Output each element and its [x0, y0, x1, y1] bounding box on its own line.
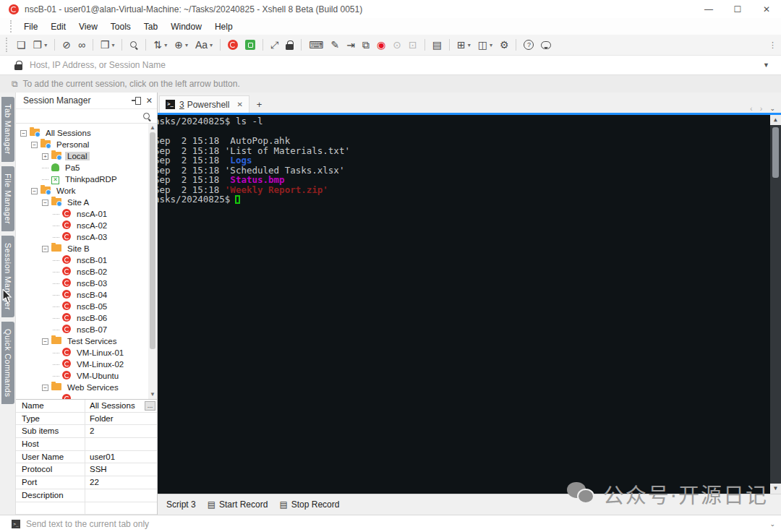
menu-view[interactable]: View [72, 20, 104, 33]
send-input-icon[interactable]: ⇥ [343, 38, 358, 52]
tree-item-nscb-03[interactable]: nscB-03 [16, 278, 157, 289]
menu-help[interactable]: Help [208, 20, 239, 33]
tree-scrollbar-thumb[interactable] [150, 132, 155, 349]
tree-item-vm-linux-02[interactable]: VM-Linux-02 [16, 359, 157, 370]
tab-next-icon[interactable]: › [760, 104, 763, 113]
scroll-up-icon[interactable]: ▲ [150, 124, 155, 132]
stop-record-button[interactable]: ▤Stop Record [275, 498, 343, 511]
tab-powershell[interactable]: >_ 3 Powershell ✕ [159, 95, 249, 113]
tree-expander-icon[interactable]: − [20, 130, 27, 137]
scroll-down-icon[interactable]: ▼ [150, 390, 155, 399]
new-session-icon[interactable]: ❏ [14, 38, 29, 52]
xshell-icon[interactable] [225, 38, 241, 51]
tree-item-nscb-06[interactable]: nscB-06 [16, 312, 157, 324]
layout-icon[interactable]: ◫▾ [475, 38, 495, 52]
new-tab-button[interactable]: + [251, 99, 268, 113]
tree-expander-icon[interactable]: − [42, 246, 48, 252]
side-tab-tab-manager[interactable]: Tab Manager [1, 97, 14, 162]
address-bar[interactable]: Host, IP Address, or Session Name ▼ [0, 55, 781, 75]
tree-item-nscb-01[interactable]: nscB-01 [16, 254, 157, 266]
tree-item-web-services[interactable]: −Web Services [16, 382, 157, 393]
tree-item-nscb-02[interactable]: nscB-02 [16, 266, 157, 278]
terminal-scroll-up-icon[interactable]: ▲ [770, 115, 781, 125]
menu-tab[interactable]: Tab [137, 20, 164, 33]
tree-item-partial[interactable] [16, 393, 157, 399]
help-icon[interactable]: ? [521, 38, 537, 51]
tree-expander-icon[interactable]: + [42, 153, 48, 160]
terminal-scroll-down-icon[interactable]: ▼ [770, 484, 781, 494]
panel-close-icon[interactable]: ✕ [146, 96, 153, 106]
tree-item-nsca-03[interactable]: nscA-03 [16, 231, 157, 243]
disconnect-icon[interactable]: ⊘ [59, 38, 74, 52]
address-dropdown-icon[interactable]: ▼ [759, 61, 774, 69]
tree-item-vm-ubuntu[interactable]: VM-Ubuntu [16, 370, 157, 382]
tree-expander-icon[interactable]: − [42, 385, 48, 391]
send-text-input[interactable]: Send text to the current tab only [26, 519, 769, 529]
tree-item-pa5[interactable]: Pa5 [16, 162, 157, 173]
tree-item-nsca-02[interactable]: nscA-02 [16, 220, 157, 231]
toolbar-grip[interactable] [6, 38, 9, 52]
tree-item-work[interactable]: −Work [16, 185, 157, 197]
keyboard-icon[interactable]: ⌨ [306, 38, 326, 52]
send-bar-dropdown-icon[interactable]: ⌄ [769, 520, 775, 528]
tree-expander-icon[interactable]: − [42, 338, 48, 345]
new-window-icon[interactable]: ⊞▾ [454, 38, 474, 52]
menu-window[interactable]: Window [164, 20, 208, 33]
record-icon[interactable]: ◉ [374, 38, 388, 52]
transfer-icon[interactable]: ⇅▾ [150, 38, 170, 52]
tree-item-local[interactable]: +Local [16, 150, 157, 162]
duplicate-icon[interactable]: ⧉ [359, 38, 372, 53]
find-icon[interactable] [127, 39, 141, 51]
tree-item-site-a[interactable]: −Site A [16, 197, 157, 208]
tree-item-nscb-05[interactable]: nscB-05 [16, 301, 157, 312]
side-tab-file-manager[interactable]: File Manager [1, 166, 14, 231]
tree-item-nsca-01[interactable]: nscA-01 [16, 208, 157, 220]
tree-scrollbar[interactable]: ▲ ▼ [148, 124, 157, 399]
tree-item-test-services[interactable]: −Test Services [16, 335, 157, 347]
terminal-scrollbar[interactable]: ▲ ▼ [770, 115, 781, 494]
pin-icon[interactable] [132, 96, 140, 105]
feedback-icon[interactable] [538, 40, 554, 51]
terminal-scrollbar-thumb[interactable] [772, 127, 779, 178]
menu-file[interactable]: File [17, 20, 44, 33]
tree-item-nscb-07[interactable]: nscB-07 [16, 324, 157, 335]
menu-grip[interactable] [10, 20, 13, 32]
tab-list-icon[interactable]: ⌄ [769, 105, 775, 112]
script-button[interactable]: Script 3 [162, 498, 200, 511]
xftp-icon[interactable] [242, 38, 258, 51]
tree-expander-icon[interactable]: − [42, 200, 48, 206]
close-button[interactable]: ✕ [752, 0, 781, 18]
compose-icon[interactable]: ✎ [328, 38, 343, 52]
tree-item-nscb-04[interactable]: nscB-04 [16, 289, 157, 301]
tree-item-all-sessions[interactable]: −All Sessions [16, 127, 157, 139]
session-properties-icon[interactable]: ❒▾ [98, 38, 118, 52]
send-text-bar[interactable]: >_ Send text to the current tab only ⌄ [0, 515, 781, 532]
message-panel-icon[interactable]: ▤ [430, 38, 445, 52]
menu-tools[interactable]: Tools [104, 20, 137, 33]
toolbar-overflow-icon[interactable]: ⋮ [769, 40, 777, 50]
tree-item-personal[interactable]: −Personal [16, 139, 157, 150]
tree-item-site-b[interactable]: −Site B [16, 243, 157, 254]
start-record-button[interactable]: ▤Start Record [203, 498, 273, 511]
reconnect-icon[interactable]: ∞ [75, 38, 88, 52]
settings-gear-icon[interactable]: ⚙ [497, 38, 512, 52]
open-session-icon[interactable]: ❐▾ [30, 38, 51, 52]
tree-item-thinkpadrdp[interactable]: ✕ThinkpadRDP [16, 173, 157, 185]
web-browser-icon[interactable]: ⊕▾ [171, 38, 191, 52]
session-search-input[interactable] [16, 108, 157, 124]
fullscreen-icon[interactable]: ⤢ [268, 38, 281, 53]
more-button[interactable]: ... [145, 401, 155, 411]
tree-expander-icon[interactable]: − [31, 142, 38, 148]
tree-item-vm-linux-01[interactable]: VM-Linux-01 [16, 347, 157, 359]
font-size-icon[interactable]: Aa▾ [192, 38, 215, 52]
tab-prev-icon[interactable]: ‹ [750, 104, 753, 113]
tree-expander-icon[interactable]: − [31, 188, 38, 194]
minimize-button[interactable]: — [694, 0, 723, 18]
lock-screen-icon[interactable] [283, 39, 296, 51]
tab-close-icon[interactable]: ✕ [236, 100, 242, 108]
maximize-button[interactable]: ☐ [723, 0, 752, 18]
address-input[interactable]: Host, IP Address, or Session Name [30, 60, 759, 70]
menu-edit[interactable]: Edit [44, 20, 72, 33]
side-tab-quick-commands[interactable]: Quick Commands [1, 322, 14, 404]
terminal-screen[interactable]: asks/20240825$ ls -l Sep 2 15:18 AutoPop… [158, 115, 781, 494]
